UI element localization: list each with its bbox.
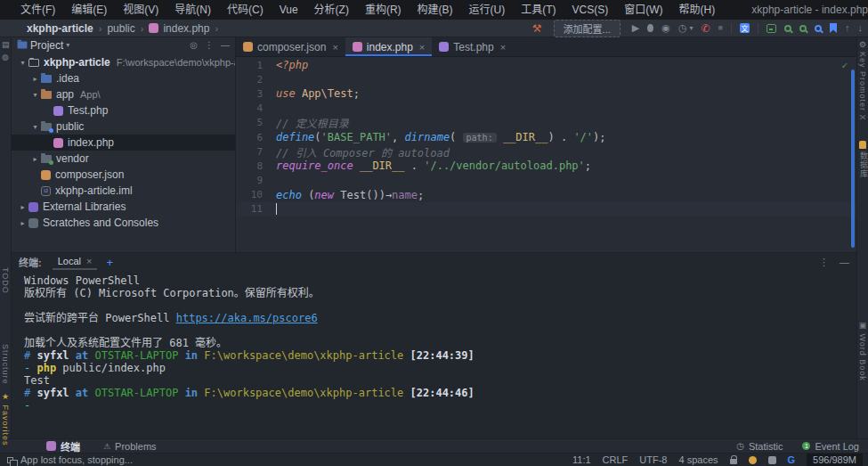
translate-g-icon[interactable]: G (788, 454, 796, 465)
close-icon[interactable]: × (419, 42, 425, 53)
tree-item-scratches-and-consoles[interactable]: ▸Scratches and Consoles (12, 215, 235, 231)
menu-item[interactable]: Vue (272, 0, 306, 20)
code-editor[interactable]: ✓ 1<?php23use App\Test;45// 定义根目录6define… (236, 57, 856, 252)
tree-item--idea[interactable]: ▸.idea (12, 70, 235, 86)
find-everywhere-icon[interactable] (815, 25, 822, 32)
menu-item[interactable]: 代码(C) (219, 0, 272, 20)
tree-chevron-icon[interactable]: ▾ (29, 91, 41, 99)
menu-item[interactable]: 导航(N) (166, 0, 219, 20)
favorites-stripe-button[interactable]: ★ Favorites (1, 392, 10, 446)
stop-icon[interactable]: ■ (718, 24, 723, 32)
run-coverage-icon[interactable]: ◉ (661, 23, 670, 33)
terminal-link[interactable]: https://aka.ms/pscore6 (176, 312, 318, 324)
tree-item-app[interactable]: ▾appApp\ (12, 86, 235, 102)
menu-item[interactable]: 文件(F) (12, 0, 63, 20)
indent-style[interactable]: 4 spaces (678, 454, 718, 465)
tree-chevron-icon[interactable]: ▾ (29, 123, 41, 131)
tool-window-button-statistic[interactable]: ◷Statistic (736, 441, 783, 452)
tree-item-xkphp-article[interactable]: ▾xkphp-articleF:\workspace\demo\xkphp-ar… (12, 54, 235, 70)
menu-item[interactable]: 帮助(H) (671, 0, 724, 20)
build-hammer-icon[interactable]: ⚒ (532, 23, 542, 34)
key-promoter-stripe-button[interactable]: Key Promoter X (858, 52, 867, 121)
menu-bar: 文件(F)编辑(E)视图(V)导航(N)代码(C)Vue分析(Z)重构(R)构建… (12, 0, 723, 20)
tool-status-icon[interactable] (768, 456, 776, 464)
tree-item-index-php[interactable]: index.php (12, 135, 235, 151)
breadcrumb-item[interactable]: index.php (163, 22, 209, 35)
locate-file-icon[interactable]: ◎ (190, 40, 198, 50)
tree-chevron-icon[interactable]: ▾ (17, 59, 28, 67)
run-icon[interactable]: ▶ (632, 23, 639, 33)
tree-item-vendor[interactable]: ▸vendor (12, 151, 235, 167)
menu-item[interactable]: 编辑(E) (63, 0, 115, 20)
terminal-options-icon[interactable]: ⋮ (819, 257, 829, 268)
database-stripe-button[interactable]: 数据库 (858, 151, 868, 178)
debug-icon[interactable] (647, 24, 653, 32)
memory-indicator[interactable]: 596/989M (807, 454, 863, 466)
menu-item[interactable]: VCS(S) (564, 0, 617, 20)
breadcrumb-item[interactable]: public (107, 22, 134, 35)
close-icon[interactable]: × (500, 42, 506, 53)
tree-chevron-icon[interactable]: ▸ (29, 155, 41, 163)
editor-tab-test-php[interactable]: Test.php× (432, 37, 513, 56)
gear-icon[interactable]: ⚙ (859, 40, 866, 49)
project-panel: Project ▾ ◎ ⋮ — ▾xkphp-articleF:\workspa… (12, 37, 236, 252)
plugins-stripe-icon[interactable]: ◍ (2, 53, 9, 61)
tree-item-label: index.php (68, 136, 114, 149)
navigate-forward-icon[interactable]: ↓ (858, 23, 864, 33)
line-separator[interactable]: CRLF (603, 454, 629, 465)
menu-item[interactable]: 分析(Z) (306, 0, 357, 20)
tree-chevron-icon[interactable]: ▸ (29, 75, 41, 83)
close-icon[interactable]: × (86, 256, 92, 266)
todo-stripe-button[interactable]: TODO (1, 267, 10, 294)
editor-tab-composer-json[interactable]: composer.json× (236, 37, 345, 56)
project-stripe-icon[interactable]: ▤ (2, 40, 10, 49)
tree-item-public[interactable]: ▾public (12, 119, 235, 135)
menu-item[interactable]: 视图(V) (115, 0, 166, 20)
run-configuration-button[interactable]: 添加配置... (554, 20, 621, 37)
profiler-icon[interactable]: ◷ (678, 23, 687, 33)
navigate-back-icon[interactable]: ↑ (845, 23, 850, 33)
replace-icon[interactable] (799, 25, 807, 32)
translate-icon[interactable]: 文 (740, 23, 750, 33)
tree-chevron-icon[interactable]: ▸ (17, 219, 28, 227)
menu-item[interactable]: 工具(T) (513, 0, 564, 20)
chevron-down-icon[interactable]: ▾ (66, 41, 69, 49)
structure-stripe-button[interactable]: Structure (1, 344, 10, 385)
wordbook-stripe-button[interactable]: ▣ Word Book (858, 321, 867, 381)
file-encoding[interactable]: UTF-8 (639, 454, 667, 465)
search-icon[interactable] (784, 25, 791, 32)
menu-item[interactable]: 运行(U) (461, 0, 514, 20)
plugin-status-icon[interactable] (749, 456, 757, 464)
editor-tab-index-php[interactable]: index.php× (345, 37, 432, 56)
tool-window-button-event-log[interactable]: 1Event Log (802, 441, 859, 452)
terminal-output[interactable]: Windows PowerShell版权所有 (C) Microsoft Cor… (12, 271, 856, 438)
menu-item[interactable]: 窗口(W) (616, 0, 670, 20)
composer-file-icon (243, 42, 253, 52)
breadcrumb-item[interactable]: xkphp-article (27, 22, 93, 35)
chevron-down-icon[interactable]: ▾ (689, 25, 693, 32)
terminal-tab-local[interactable]: Local × (53, 254, 98, 270)
editor-scrollbar[interactable] (851, 69, 855, 248)
hide-panel-icon[interactable]: — (221, 40, 230, 50)
database-icon[interactable] (859, 141, 866, 149)
tree-item-xkphp-article-iml[interactable]: IJxkphp-article.iml (12, 183, 235, 199)
menu-item[interactable]: 构建(B) (410, 0, 461, 20)
tree-item-external-libraries[interactable]: ▸External Libraries (12, 199, 235, 215)
tree-item-composer-json[interactable]: composer.json (12, 167, 235, 183)
caret-position[interactable]: 11:1 (572, 454, 591, 465)
menu-item[interactable]: 重构(R) (357, 0, 410, 20)
readonly-lock-icon[interactable] (730, 459, 737, 464)
inspection-ok-icon[interactable]: ✓ (841, 60, 848, 71)
tool-window-button-problems[interactable]: ⚠Problems (103, 439, 157, 454)
project-view-title[interactable]: Project (30, 39, 63, 52)
bookmark-icon[interactable] (830, 23, 837, 33)
tool-window-button--[interactable]: 终端 (46, 439, 80, 454)
stop-remote-icon[interactable]: ✆ (702, 23, 710, 34)
tree-item-test-php[interactable]: Test.php (12, 102, 235, 119)
tree-chevron-icon[interactable]: ▸ (17, 203, 28, 211)
run-console-icon[interactable] (767, 24, 776, 33)
close-icon[interactable]: × (332, 42, 337, 53)
terminal-hide-icon[interactable]: — (840, 257, 849, 267)
options-menu-icon[interactable]: ⋮ (205, 40, 214, 50)
new-terminal-button[interactable]: + (106, 256, 113, 269)
